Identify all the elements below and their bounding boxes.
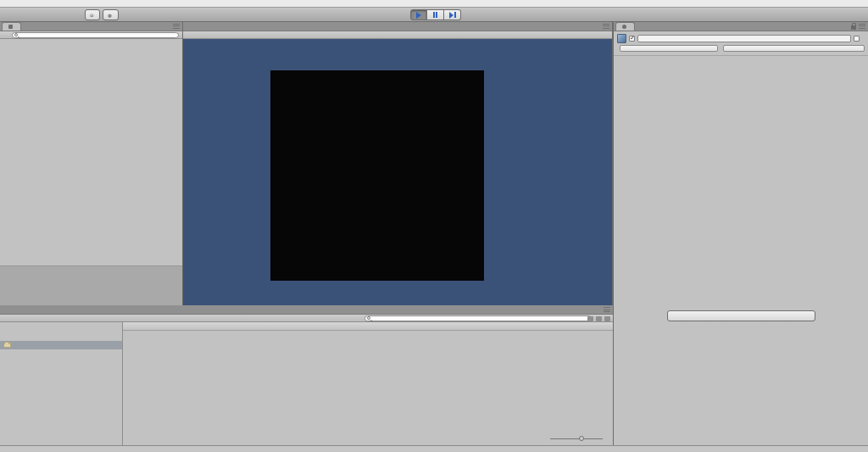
project-tree: [0, 322, 123, 445]
static-checkbox[interactable]: [854, 36, 860, 42]
pause-button[interactable]: [427, 9, 444, 20]
active-checkbox[interactable]: [629, 36, 635, 42]
hierarchy-panel: [0, 22, 182, 305]
layer-dropdown[interactable]: [723, 45, 865, 52]
step-icon: [449, 12, 453, 19]
favorites-item[interactable]: [0, 322, 122, 330]
favorite-search-icon[interactable]: [604, 316, 610, 321]
search-by-type-icon[interactable]: [587, 316, 593, 321]
icon-size-slider[interactable]: [550, 435, 603, 442]
space-button[interactable]: ◍: [103, 9, 118, 20]
tab-inspector[interactable]: [615, 22, 635, 31]
menu-bar: [0, 0, 868, 8]
search-icon: [367, 316, 370, 320]
gameobject-icon: [617, 34, 626, 43]
add-component-button[interactable]: [667, 310, 815, 321]
tile-grid: [270, 70, 484, 281]
lock-icon[interactable]: [851, 25, 856, 30]
pivot-button[interactable]: ⊙: [85, 9, 100, 20]
folder-icon: [3, 343, 11, 348]
tab-hierarchy[interactable]: [2, 22, 21, 31]
inspector-icon: [622, 25, 626, 29]
search-by-label-icon[interactable]: [596, 316, 602, 321]
main-toolbar: ⊙ ◍: [0, 8, 868, 22]
pause-icon: [433, 12, 435, 18]
tag-dropdown[interactable]: [620, 45, 718, 52]
project-search-input[interactable]: [372, 315, 589, 321]
panel-menu-icon[interactable]: [603, 24, 609, 29]
hierarchy-list: [0, 39, 182, 265]
project-panel: [0, 305, 613, 445]
hierarchy-search-input[interactable]: [19, 32, 176, 37]
assets-path-header: [123, 322, 613, 331]
assets-folder-item[interactable]: [0, 341, 122, 349]
play-button[interactable]: [410, 9, 427, 20]
project-search[interactable]: [364, 315, 592, 321]
step-button[interactable]: [444, 9, 461, 20]
hierarchy-icon: [8, 25, 13, 29]
play-icon: [416, 12, 421, 19]
game-view-canvas[interactable]: [183, 39, 612, 305]
panel-menu-icon[interactable]: [859, 24, 865, 29]
panel-menu-icon[interactable]: [604, 307, 610, 312]
slider-knob[interactable]: [579, 436, 584, 441]
viewport-panel: [182, 22, 613, 305]
inspector-panel: [613, 22, 868, 452]
hierarchy-search[interactable]: [12, 32, 179, 38]
panel-menu-icon[interactable]: [173, 24, 180, 29]
status-bar: [0, 445, 868, 452]
search-icon: [14, 33, 18, 36]
object-name-field[interactable]: [637, 35, 851, 42]
hierarchy-empty-area[interactable]: [0, 265, 182, 305]
